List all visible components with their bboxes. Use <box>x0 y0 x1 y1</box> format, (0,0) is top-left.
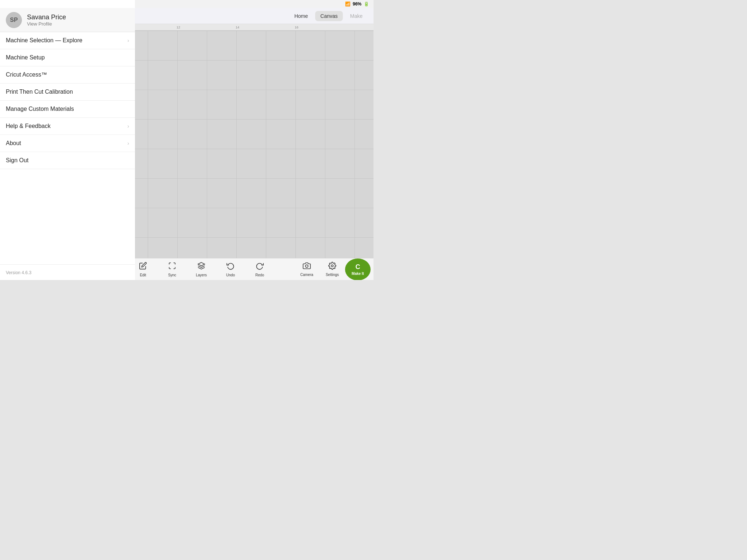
menu-item-machine-selection-label: Machine Selection — Explore <box>6 37 82 44</box>
undo-toolbar-item[interactable]: Undo <box>216 259 245 280</box>
side-menu-header: SP Savana Price View Profile <box>0 8 135 32</box>
make-it-icon: C <box>356 263 360 271</box>
menu-item-about-label: About <box>6 140 21 147</box>
edit-label: Edit <box>140 273 146 277</box>
battery-display: 96% <box>353 1 361 7</box>
menu-item-cricut-access[interactable]: Cricut Access™ <box>0 66 135 83</box>
layers-icon <box>197 262 205 272</box>
layers-toolbar-item[interactable]: Layers <box>187 259 216 280</box>
menu-item-machine-setup[interactable]: Machine Setup <box>0 49 135 66</box>
layers-label: Layers <box>196 273 207 277</box>
undo-icon <box>227 262 235 272</box>
edit-icon <box>139 262 147 272</box>
svg-point-6 <box>331 265 333 267</box>
home-button[interactable]: Home <box>289 11 313 21</box>
menu-item-machine-selection-chevron: › <box>127 38 129 43</box>
menu-item-about-chevron: › <box>127 140 129 146</box>
svg-point-5 <box>305 265 308 267</box>
sync-icon <box>168 262 176 272</box>
menu-item-machine-selection[interactable]: Machine Selection — Explore › <box>0 32 135 49</box>
battery-icon: 🔋 <box>364 1 369 7</box>
view-profile-link[interactable]: View Profile <box>27 21 66 27</box>
settings-label: Settings <box>326 273 339 277</box>
undo-label: Undo <box>226 273 235 277</box>
user-avatar: SP <box>6 12 22 28</box>
ruler-mark-12: 12 <box>177 26 180 29</box>
user-info: Savana Price View Profile <box>27 13 66 27</box>
menu-item-cricut-access-label: Cricut Access™ <box>6 71 47 78</box>
ruler-mark-16: 16 <box>295 26 298 29</box>
user-name: Savana Price <box>27 13 66 21</box>
sync-label: Sync <box>168 273 176 277</box>
wifi-icon: 📶 <box>345 1 351 7</box>
menu-items-list: Machine Selection — Explore › Machine Se… <box>0 32 135 264</box>
menu-item-help-feedback[interactable]: Help & Feedback › <box>0 118 135 135</box>
menu-item-about[interactable]: About › <box>0 135 135 152</box>
canvas-button[interactable]: Canvas <box>315 11 342 21</box>
toolbar-right: Camera Settings C Make It <box>294 258 374 280</box>
make-it-button[interactable]: C Make It <box>345 258 371 280</box>
status-bar-right: 📶 96% 🔋 <box>345 1 369 7</box>
make-button[interactable]: Make <box>345 11 368 21</box>
menu-item-machine-setup-label: Machine Setup <box>6 54 45 61</box>
menu-item-sign-out[interactable]: Sign Out <box>0 152 135 169</box>
redo-toolbar-item[interactable]: Redo <box>245 259 274 280</box>
menu-item-print-then-cut-label: Print Then Cut Calibration <box>6 89 73 95</box>
redo-label: Redo <box>255 273 264 277</box>
redo-icon <box>256 262 264 272</box>
camera-label: Camera <box>300 273 313 277</box>
menu-item-help-feedback-label: Help & Feedback <box>6 123 51 129</box>
header-buttons: Home Canvas Make <box>289 11 368 21</box>
menu-footer: Version 4.6.3 <box>0 264 135 280</box>
menu-item-print-then-cut[interactable]: Print Then Cut Calibration <box>0 83 135 101</box>
camera-toolbar-item[interactable]: Camera <box>294 259 320 280</box>
menu-item-sign-out-label: Sign Out <box>6 157 28 164</box>
menu-item-help-feedback-chevron: › <box>127 123 129 129</box>
version-text: Version 4.6.3 <box>6 270 31 275</box>
side-menu: SP Savana Price View Profile Machine Sel… <box>0 0 135 280</box>
camera-icon <box>303 262 311 272</box>
settings-toolbar-item[interactable]: Settings <box>320 259 345 280</box>
sync-toolbar-item[interactable]: Sync <box>158 259 187 280</box>
settings-icon <box>328 262 336 272</box>
ruler-mark-14: 14 <box>236 26 239 29</box>
menu-item-manage-materials[interactable]: Manage Custom Materials <box>0 101 135 118</box>
svg-marker-4 <box>198 262 205 265</box>
make-it-label: Make It <box>352 272 364 276</box>
menu-item-manage-materials-label: Manage Custom Materials <box>6 106 74 112</box>
